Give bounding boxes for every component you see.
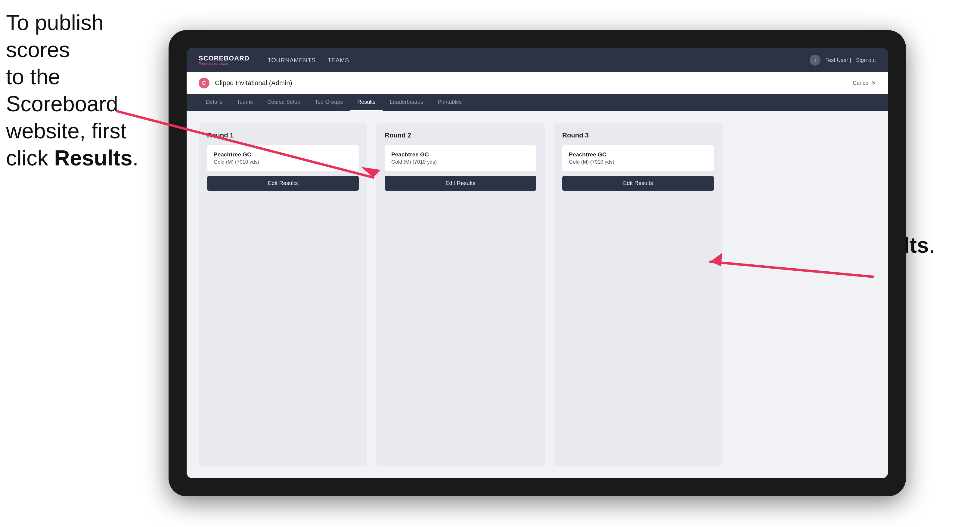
tab-teams[interactable]: Teams	[230, 94, 260, 111]
tab-printables[interactable]: Printables	[430, 94, 469, 111]
app-header: SCOREBOARD Powered by clippd TOURNAMENTS…	[187, 48, 888, 72]
tournament-icon: C	[199, 78, 210, 89]
round-3-course-name: Peachtree GC	[569, 151, 707, 158]
round-3-course-detail: Gold (M) (7010 yds)	[569, 159, 707, 165]
tablet-screen: SCOREBOARD Powered by clippd TOURNAMENTS…	[187, 48, 888, 478]
tablet-device: SCOREBOARD Powered by clippd TOURNAMENTS…	[169, 30, 906, 496]
round-1-course-name: Peachtree GC	[214, 151, 352, 158]
round-3-edit-results-button[interactable]: Edit Results	[562, 176, 714, 191]
round-3-card: Round 3 Peachtree GC Gold (M) (7010 yds)…	[554, 123, 722, 466]
round-2-card: Round 2 Peachtree GC Gold (M) (7010 yds)…	[376, 123, 545, 466]
logo-sub: Powered by clippd	[199, 62, 250, 65]
header-right: T Test User | Sign out	[810, 55, 876, 65]
round-2-course-name: Peachtree GC	[391, 151, 530, 158]
tab-bar: Details Teams Course Setup Tee Groups Re…	[187, 94, 888, 111]
round-2-course-card: Peachtree GC Gold (M) (7010 yds)	[385, 145, 536, 171]
header-username: Test User |	[825, 57, 851, 63]
round-2-edit-results-button[interactable]: Edit Results	[385, 176, 536, 191]
round-3-title: Round 3	[562, 132, 714, 139]
logo-text: SCOREBOARD	[199, 55, 250, 62]
tab-tee-groups[interactable]: Tee Groups	[308, 94, 350, 111]
sign-out-link[interactable]: Sign out	[856, 57, 876, 63]
round-1-course-card: Peachtree GC Gold (M) (7010 yds)	[207, 145, 359, 171]
tab-course-setup[interactable]: Course Setup	[260, 94, 308, 111]
cancel-button[interactable]: Cancel ✕	[853, 80, 876, 86]
tab-leaderboards[interactable]: Leaderboards	[383, 94, 430, 111]
tab-results[interactable]: Results	[350, 94, 383, 111]
round-2-title: Round 2	[385, 132, 536, 139]
round-3-course-card: Peachtree GC Gold (M) (7010 yds)	[562, 145, 714, 171]
round-1-card: Round 1 Peachtree GC Gold (M) (7010 yds)…	[199, 123, 367, 466]
logo-area: SCOREBOARD Powered by clippd	[199, 55, 250, 65]
nav-tournaments[interactable]: TOURNAMENTS	[267, 57, 316, 64]
round-1-title: Round 1	[207, 132, 359, 139]
main-nav: TOURNAMENTS TEAMS	[267, 57, 810, 64]
tab-details[interactable]: Details	[199, 94, 230, 111]
round-1-edit-results-button[interactable]: Edit Results	[207, 176, 359, 191]
tournament-name: Clippd Invitational (Admin)	[215, 79, 853, 87]
nav-teams[interactable]: TEAMS	[328, 57, 349, 64]
round-2-course-detail: Gold (M) (7010 yds)	[391, 159, 530, 165]
user-avatar: T	[810, 55, 821, 65]
round-1-course-detail: Gold (M) (7010 yds)	[214, 159, 352, 165]
instruction-left: To publish scores to the Scoreboard webs…	[6, 9, 151, 171]
tournament-bar: C Clippd Invitational (Admin) Cancel ✕	[187, 72, 888, 94]
main-content: Round 1 Peachtree GC Gold (M) (7010 yds)…	[187, 111, 888, 478]
